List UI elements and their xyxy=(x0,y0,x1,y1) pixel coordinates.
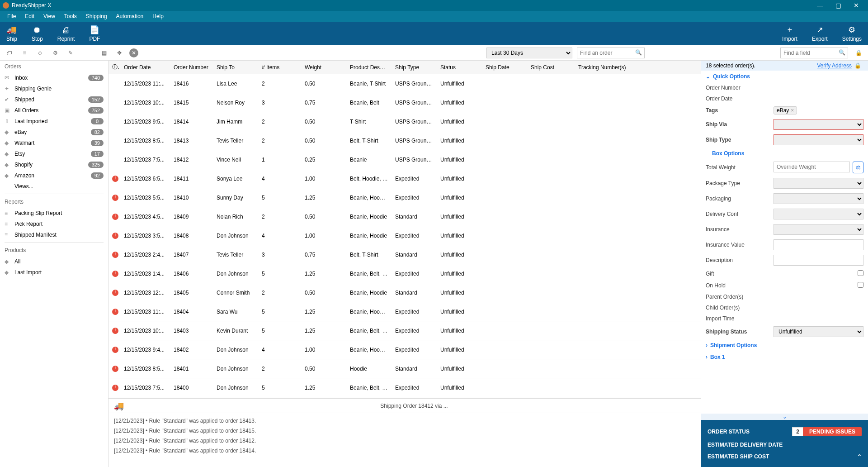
reprint-button[interactable]: 🖨Reprint xyxy=(57,25,75,42)
sidebar-item[interactable]: ✦Shipping Genie xyxy=(0,83,108,94)
table-row[interactable]: 12/15/2023 10:...18415Nelson Roy30.75Bea… xyxy=(108,93,701,112)
maximize-button[interactable]: ▢ xyxy=(829,2,847,9)
table-row[interactable]: !12/15/2023 11:...18404Sara Wu51.25Beani… xyxy=(108,302,701,321)
clear-icon[interactable]: ✕ xyxy=(129,48,138,57)
col-status[interactable]: Status xyxy=(437,64,482,71)
sidebar-item[interactable]: ✉Inbox740 xyxy=(0,72,108,83)
menu-file[interactable]: File xyxy=(3,12,20,21)
sidebar-item[interactable]: ◆Etsy17 xyxy=(0,148,108,159)
table-row[interactable]: !12/15/2023 10:...18403Kevin Durant51.25… xyxy=(108,321,701,340)
ship-button[interactable]: 🚚Ship xyxy=(6,25,17,42)
shipping-status-select[interactable]: Unfulfilled xyxy=(774,326,863,337)
table-row[interactable]: !12/15/2023 2:4...18407Tevis Teller30.75… xyxy=(108,245,701,264)
table-row[interactable]: !12/15/2023 4:5...18409Nolan Rich20.50Be… xyxy=(108,207,701,226)
sidebar-item[interactable]: ≡Pick Report xyxy=(0,219,108,229)
find-order-input[interactable] xyxy=(577,48,645,58)
quick-options-header[interactable]: ⌄Quick Options xyxy=(706,71,863,82)
lines-icon[interactable]: ≡ xyxy=(19,48,30,58)
col-ship-cost[interactable]: Ship Cost xyxy=(527,64,575,71)
sidebar-item[interactable]: ◆All xyxy=(0,256,108,267)
col-ship-to[interactable]: Ship To xyxy=(213,64,258,71)
table-row[interactable]: 12/15/2023 7:5...18412Vince Neil10.25Bea… xyxy=(108,150,701,169)
date-range-select[interactable]: Last 30 Days xyxy=(486,48,572,58)
sidebar-item-label: Last Import xyxy=(14,269,104,276)
sidebar-item[interactable]: ≡Shipped Manifest xyxy=(0,229,108,240)
table-row[interactable]: !12/15/2023 5:5...18410Sunny Day51.25Bea… xyxy=(108,188,701,207)
lock-icon[interactable]: 🔒 xyxy=(853,50,864,56)
table-row[interactable]: 12/15/2023 11:...18416Lisa Lee20.50Beani… xyxy=(108,74,701,93)
collapse-handle[interactable]: ⌄ xyxy=(701,414,868,420)
find-field-input[interactable] xyxy=(780,48,848,58)
table-row[interactable]: !12/15/2023 9:4...18402Don Johnson41.00B… xyxy=(108,340,701,359)
chevron-up-icon[interactable]: ⌃ xyxy=(857,453,862,460)
menu-view[interactable]: View xyxy=(39,12,60,21)
delivery-conf-select[interactable] xyxy=(774,209,863,219)
menu-tools[interactable]: Tools xyxy=(60,12,81,21)
packaging-select[interactable] xyxy=(774,193,863,204)
tag-icon[interactable]: 🏷 xyxy=(4,48,14,58)
sidebar-item[interactable]: ✔Shipped152 xyxy=(0,94,108,105)
insurance-select[interactable] xyxy=(774,224,863,235)
table-row[interactable]: !12/15/2023 1:4...18406Don Johnson51.25B… xyxy=(108,264,701,283)
import-button[interactable]: +Import xyxy=(782,25,797,42)
table-row[interactable]: !12/15/2023 6:5...18411Sonya Lee41.00Bel… xyxy=(108,169,701,188)
lock-icon[interactable]: 🔒 xyxy=(852,62,863,69)
pending-issues-badge[interactable]: PENDING ISSUES xyxy=(803,427,862,436)
verify-address-link[interactable]: Verify Address xyxy=(817,62,852,69)
weight-input[interactable] xyxy=(774,162,850,172)
ship-type-select[interactable] xyxy=(774,134,863,145)
on-hold-checkbox[interactable] xyxy=(858,282,863,288)
insurance-value-input[interactable] xyxy=(774,239,863,250)
settings-button[interactable]: ⚙Settings xyxy=(842,25,862,42)
menu-edit[interactable]: Edit xyxy=(20,12,39,21)
sidebar-item[interactable]: ◆Walmart39 xyxy=(0,138,108,148)
gear-small-icon[interactable]: ⚙ xyxy=(50,48,61,58)
table-row[interactable]: !12/15/2023 8:5...18401Don Johnson20.50H… xyxy=(108,359,701,378)
col-alert[interactable]: ⓘ xyxy=(108,63,120,71)
table-row[interactable]: !12/15/2023 3:5...18408Don Johnson41.00B… xyxy=(108,226,701,245)
sidebar-item[interactable]: ≡Packing Slip Report xyxy=(0,208,108,219)
menu-shipping[interactable]: Shipping xyxy=(81,12,112,21)
col-ship-type[interactable]: Ship Type xyxy=(392,64,437,71)
menu-automation[interactable]: Automation xyxy=(112,12,148,21)
table-row[interactable]: 12/15/2023 9:5...18414Jim Hamm20.50T-Shi… xyxy=(108,112,701,131)
menu-help[interactable]: Help xyxy=(148,12,168,21)
sidebar-item[interactable]: ◆Last Import xyxy=(0,267,108,278)
col-items[interactable]: # Items xyxy=(258,64,301,71)
minimize-button[interactable]: — xyxy=(811,2,829,9)
ship-via-select[interactable] xyxy=(774,119,863,130)
col-order-number[interactable]: Order Number xyxy=(170,64,213,71)
box1-header[interactable]: ›Box 1 xyxy=(706,351,863,363)
close-button[interactable]: ✕ xyxy=(847,2,865,9)
col-ship-date[interactable]: Ship Date xyxy=(482,64,527,71)
doc-icon[interactable]: ▤ xyxy=(99,48,109,58)
table-row[interactable]: !12/15/2023 7:5...18400Don Johnson51.25B… xyxy=(108,378,701,397)
package-type-select[interactable] xyxy=(774,178,863,189)
sidebar-item[interactable]: ◆Amazon92 xyxy=(0,170,108,181)
scale-icon[interactable]: ⚖ xyxy=(853,162,863,173)
col-tracking[interactable]: Tracking Number(s) xyxy=(575,64,701,71)
label-icon[interactable]: ◇ xyxy=(34,48,45,58)
tag-remove-icon[interactable]: × xyxy=(791,107,794,114)
export-button[interactable]: ↗Export xyxy=(812,25,828,42)
sidebar-item[interactable]: ◆Shopify325 xyxy=(0,159,108,170)
description-input[interactable] xyxy=(774,255,863,266)
sidebar-item[interactable]: Views... xyxy=(0,181,108,192)
col-order-date[interactable]: Order Date xyxy=(120,64,170,71)
pdf-button[interactable]: 📄PDF xyxy=(89,25,100,42)
box-options-header[interactable]: Box Options xyxy=(706,148,863,159)
col-weight[interactable]: Weight xyxy=(301,64,346,71)
stop-button[interactable]: ⏺Stop xyxy=(32,25,43,42)
sidebar-item[interactable]: ⇩Last Imported0 xyxy=(0,116,108,127)
shipment-options-header[interactable]: ›Shipment Options xyxy=(706,339,863,351)
wand-icon[interactable]: ✎ xyxy=(65,48,76,58)
table-row[interactable]: 12/15/2023 8:5...18413Tevis Teller20.50B… xyxy=(108,131,701,150)
col-product[interactable]: Product Descri... xyxy=(346,64,392,71)
gift-checkbox[interactable] xyxy=(858,270,863,276)
tag-ebay[interactable]: eBay× xyxy=(774,106,797,114)
count-badge: 152 xyxy=(88,96,104,103)
move-icon[interactable]: ✥ xyxy=(114,48,125,58)
table-row[interactable]: !12/15/2023 12:...18405Connor Smith20.50… xyxy=(108,283,701,302)
sidebar-item[interactable]: ◆eBay82 xyxy=(0,127,108,138)
sidebar-item[interactable]: ▣All Orders752 xyxy=(0,105,108,116)
